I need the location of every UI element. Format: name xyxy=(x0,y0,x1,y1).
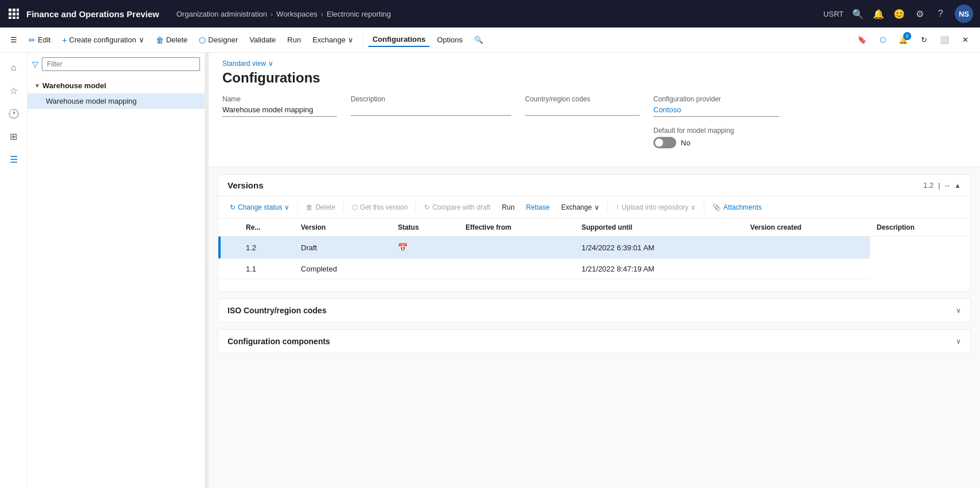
iso-section: ISO Country/region codes ∨ xyxy=(218,298,971,322)
col-supported-until[interactable]: Supported until xyxy=(575,219,743,237)
versions-trash-icon: 🗑 xyxy=(306,203,313,211)
cmd-right-actions: 🔖 ⬡ 🔔 0 ↻ ⬜ ✕ xyxy=(853,31,974,49)
cmd-search-button[interactable]: 🔍 xyxy=(469,33,488,46)
breadcrumb-sep1: › xyxy=(271,10,273,18)
tree-parent-warehouse-model[interactable]: ▼ Warehouse model xyxy=(28,78,205,93)
user-icon[interactable]: 😊 xyxy=(893,7,905,20)
notifications-badge-button[interactable]: 🔔 0 xyxy=(894,31,912,49)
upload-chevron-icon: ∨ xyxy=(691,203,696,211)
main-content: Standard view ∨ Configurations Name Ware… xyxy=(209,53,980,488)
row2-refresh xyxy=(222,259,239,280)
versions-run-button[interactable]: Run xyxy=(497,201,519,214)
config-components-section: Configuration components ∨ xyxy=(218,329,971,353)
versions-table-body: 1.2 Draft 📅 1/24/2022 6:39:01 AM xyxy=(218,237,970,280)
svg-rect-1 xyxy=(13,9,15,11)
breadcrumb-org[interactable]: Organization administration xyxy=(177,10,267,18)
provider-label: Configuration provider xyxy=(653,95,779,103)
help-icon[interactable]: ? xyxy=(934,7,947,20)
trash-icon: 🗑 xyxy=(156,36,164,45)
standard-view-selector[interactable]: Standard view ∨ xyxy=(222,60,966,68)
content-header: Standard view ∨ Configurations Name Ware… xyxy=(209,53,980,167)
provider-field: Configuration provider Contoso Default f… xyxy=(653,95,779,148)
change-status-button[interactable]: ↻ Change status ∨ xyxy=(225,201,294,214)
col-description[interactable]: Description xyxy=(870,219,970,237)
col-refresh[interactable] xyxy=(222,219,239,237)
compare-with-draft-button: ↻ Compare with draft xyxy=(420,201,495,214)
col-version[interactable]: Version xyxy=(294,219,391,237)
edit-button[interactable]: ✏ Edit xyxy=(24,33,55,47)
designer-button[interactable]: ⬡ Designer xyxy=(194,33,242,47)
tree-search-input[interactable] xyxy=(42,57,200,71)
delete-button[interactable]: 🗑 Delete xyxy=(151,33,193,47)
attachments-button[interactable]: 📎 Attachments xyxy=(708,201,766,214)
breadcrumb-electronic-reporting[interactable]: Electronic reporting xyxy=(327,10,391,18)
sidebar-home-icon[interactable]: ⌂ xyxy=(3,57,24,78)
page-title: Configurations xyxy=(222,70,966,86)
row2-version: 1.1 xyxy=(239,259,294,280)
options-tab[interactable]: Options xyxy=(432,33,467,46)
tree-child-warehouse-model-mapping[interactable]: Warehouse model mapping xyxy=(28,93,205,109)
versions-toolbar: ↻ Change status ∨ 🗑 Delete ⬡ Get this ve… xyxy=(218,196,970,219)
versions-collapse-icon[interactable]: ▲ xyxy=(954,182,961,190)
compare-icon: ↻ xyxy=(424,203,430,211)
search-icon[interactable]: 🔍 xyxy=(852,7,864,20)
config-components-title: Configuration components xyxy=(228,337,330,346)
toggle-knob xyxy=(655,139,663,147)
sidebar-grid-icon[interactable]: ⊞ xyxy=(3,126,24,147)
create-configuration-button[interactable]: + Create configuration ∨ xyxy=(57,33,148,47)
versions-table-wrap: Re... Version Status Effective from xyxy=(218,219,970,280)
avatar[interactable]: NS xyxy=(955,5,973,23)
notification-icon[interactable]: 🔔 xyxy=(872,7,885,20)
command-bar: ☰ ✏ Edit + Create configuration ∨ 🗑 Dele… xyxy=(0,27,980,53)
calendar-icon[interactable]: 📅 xyxy=(398,243,407,252)
settings-icon[interactable]: ⚙ xyxy=(914,7,926,20)
col-effective-from[interactable]: Effective from xyxy=(458,219,574,237)
breadcrumb-workspaces[interactable]: Workspaces xyxy=(276,10,317,18)
description-value[interactable] xyxy=(351,105,511,116)
row1-supported-until xyxy=(458,237,574,259)
provider-value[interactable]: Contoso xyxy=(653,105,779,117)
col-status[interactable]: Status xyxy=(391,219,458,237)
h-scroll-inner xyxy=(225,282,963,286)
tree-filter-icon[interactable]: ▽ xyxy=(32,60,38,69)
svg-rect-2 xyxy=(17,9,19,11)
collapse-nav-button[interactable]: ☰ xyxy=(6,33,22,46)
exchange-button[interactable]: Exchange ∨ xyxy=(308,33,358,46)
row1-status: Draft xyxy=(294,237,391,259)
name-field: Name Warehouse model mapping xyxy=(222,95,337,148)
close-icon[interactable]: ✕ xyxy=(956,31,974,49)
iso-section-header[interactable]: ISO Country/region codes ∨ xyxy=(218,299,970,322)
col-re[interactable]: Re... xyxy=(239,219,294,237)
validate-button[interactable]: Validate xyxy=(245,33,280,46)
versions-delete-button: 🗑 Delete xyxy=(301,201,340,214)
run-button[interactable]: Run xyxy=(283,33,305,46)
bookmark-icon[interactable]: 🔖 xyxy=(853,31,871,49)
config-components-chevron-icon: ∨ xyxy=(956,337,961,345)
expand-icon[interactable]: ⬜ xyxy=(935,31,954,49)
versions-meta: 1.2 | -- ▲ xyxy=(923,181,961,190)
config-components-header[interactable]: Configuration components ∨ xyxy=(218,330,970,353)
configurations-tab[interactable]: Configurations xyxy=(368,33,430,47)
app-grid-icon[interactable] xyxy=(7,7,21,21)
upload-repository-button: ↑ Upload into repository ∨ xyxy=(611,201,701,214)
rebase-button[interactable]: Rebase xyxy=(522,201,554,214)
sidebar-list-icon[interactable]: ☰ xyxy=(3,149,24,170)
table-row[interactable]: 1.1 Completed 1/21/2022 8:47:19 AM xyxy=(218,259,970,280)
toggle-label: No xyxy=(681,139,691,147)
top-bar: Finance and Operations Preview Organizat… xyxy=(0,0,980,27)
row2-effective-from xyxy=(391,259,458,280)
sidebar-star-icon[interactable]: ☆ xyxy=(3,80,24,101)
col-version-created[interactable]: Version created xyxy=(743,219,870,237)
default-mapping-label: Default for model mapping xyxy=(653,127,734,135)
name-label: Name xyxy=(222,95,337,103)
versions-exchange-button[interactable]: Exchange ∨ xyxy=(556,201,603,214)
breadcrumb-sep2: › xyxy=(321,10,323,18)
table-row[interactable]: 1.2 Draft 📅 1/24/2022 6:39:01 AM xyxy=(218,237,970,259)
dynamics-icon[interactable]: ⬡ xyxy=(873,31,892,49)
svg-rect-5 xyxy=(17,13,19,15)
sidebar-clock-icon[interactable]: 🕐 xyxy=(3,103,24,124)
default-mapping-toggle[interactable] xyxy=(653,137,676,148)
refresh-icon[interactable]: ↻ xyxy=(915,31,933,49)
row1-effective-from: 📅 xyxy=(391,237,458,259)
country-value[interactable] xyxy=(525,105,640,116)
